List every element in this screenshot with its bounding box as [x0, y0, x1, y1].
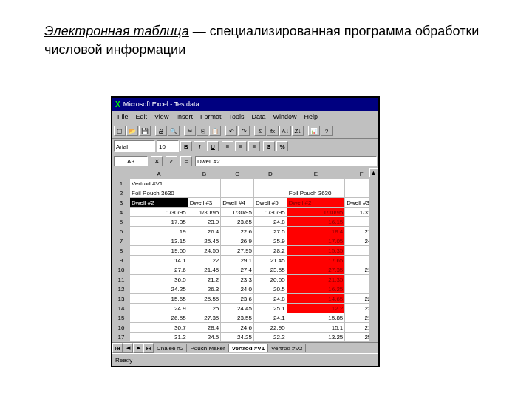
cell-D6[interactable]: 27.5 [253, 227, 287, 236]
cell-E5[interactable]: 16.15 [287, 217, 345, 227]
cell-E8[interactable]: 15.35 [287, 246, 345, 256]
cell-E12[interactable]: 16.25 [287, 284, 345, 294]
cell-B16[interactable]: 28.4 [188, 323, 221, 332]
cell-E14[interactable]: 12.2 [287, 304, 345, 313]
cell-D17[interactable]: 22.3 [253, 332, 287, 342]
menu-insert[interactable]: Insert [172, 112, 197, 121]
cell-D11[interactable]: 20.65 [253, 275, 287, 284]
row-header-2[interactable]: 2 [113, 188, 130, 198]
row-header-14[interactable]: 14 [113, 304, 130, 313]
cell-B11[interactable]: 21.2 [188, 275, 221, 284]
cell-E6[interactable]: 18.4 [287, 227, 345, 236]
cell-C1[interactable] [221, 179, 254, 188]
menu-edit[interactable]: Edit [132, 112, 151, 121]
row-header-11[interactable]: 11 [113, 275, 130, 284]
currency-icon[interactable]: $ [263, 141, 275, 151]
cell-B1[interactable] [188, 179, 221, 188]
cell-C13[interactable]: 23.6 [221, 294, 254, 304]
menubar[interactable]: FileEditViewInsertFormatToolsDataWindowH… [112, 111, 378, 123]
cell-D7[interactable]: 25.9 [253, 236, 287, 246]
cell-A8[interactable]: 19.65 [130, 246, 188, 256]
cell-C16[interactable]: 24.6 [221, 323, 254, 332]
row-header-12[interactable]: 12 [113, 284, 130, 294]
cell-C2[interactable] [221, 188, 254, 198]
cell-D13[interactable]: 24.8 [253, 294, 287, 304]
menu-window[interactable]: Window [269, 112, 300, 121]
cell-A3[interactable]: Dwell #2 [130, 198, 188, 208]
row-header-16[interactable]: 16 [113, 323, 130, 332]
cell-A16[interactable]: 30.7 [130, 323, 188, 332]
menu-data[interactable]: Data [248, 112, 269, 121]
tab-prev-icon[interactable]: ◀ [123, 343, 133, 353]
cell-D15[interactable]: 24.1 [253, 313, 287, 323]
cell-C3[interactable]: Dwell #4 [221, 198, 254, 208]
bold-icon[interactable]: B [180, 141, 192, 151]
menu-help[interactable]: Help [300, 112, 321, 121]
row-header-9[interactable]: 9 [113, 256, 130, 265]
cell-A14[interactable]: 24.9 [130, 304, 188, 313]
cell-C8[interactable]: 27.95 [221, 246, 254, 256]
scroll-up-icon[interactable]: ▲ [369, 168, 378, 177]
menu-file[interactable]: File [114, 112, 132, 121]
cell-B15[interactable]: 27.35 [188, 313, 221, 323]
cell-D5[interactable]: 24.8 [253, 217, 287, 227]
col-header-D[interactable]: D [253, 169, 287, 179]
cell-E15[interactable]: 15.85 [287, 313, 345, 323]
cell-E3[interactable]: Dwell #2 [287, 198, 345, 208]
copy-icon[interactable]: ⎘ [197, 126, 208, 136]
tab-last-icon[interactable]: ⏭ [143, 343, 154, 353]
cell-A12[interactable]: 24.25 [130, 284, 188, 294]
cell-C9[interactable]: 29.1 [221, 256, 254, 265]
cell-A7[interactable]: 13.15 [130, 236, 188, 246]
align-right-icon[interactable]: ≡ [248, 141, 260, 151]
cell-A6[interactable]: 19 [130, 227, 188, 236]
cell-C14[interactable]: 24.45 [221, 304, 254, 313]
cell-C5[interactable]: 23.65 [221, 217, 254, 227]
cell-B2[interactable] [188, 188, 221, 198]
cell-E9[interactable]: 17.65 [287, 256, 345, 265]
tab-first-icon[interactable]: ⏮ [112, 343, 123, 353]
menu-view[interactable]: View [151, 112, 172, 121]
cell-A13[interactable]: 15.65 [130, 294, 188, 304]
row-header-17[interactable]: 17 [113, 332, 130, 342]
fx-icon[interactable]: fx [267, 126, 279, 136]
redo-icon[interactable]: ↷ [238, 126, 250, 136]
cell-E7[interactable]: 17.05 [287, 236, 345, 246]
underline-icon[interactable]: U [207, 141, 219, 151]
cell-B13[interactable]: 25.55 [188, 294, 221, 304]
sum-icon[interactable]: Σ [254, 126, 266, 136]
cell-B6[interactable]: 26.4 [188, 227, 221, 236]
sort-desc-icon[interactable]: Z↓ [292, 126, 304, 136]
menu-format[interactable]: Format [197, 112, 225, 121]
cell-C7[interactable]: 26.9 [221, 236, 254, 246]
font-size-box[interactable]: 10 [157, 140, 179, 152]
new-icon[interactable]: ▢ [114, 126, 126, 136]
paste-icon[interactable]: 📋 [209, 126, 221, 136]
cell-D12[interactable]: 20.5 [253, 284, 287, 294]
cell-E10[interactable]: 27.35 [287, 265, 345, 275]
row-header-6[interactable]: 6 [113, 227, 130, 236]
cell-A15[interactable]: 26.55 [130, 313, 188, 323]
cell-A2[interactable]: Foil Pouch 3630 [130, 188, 188, 198]
sheet-tab-2[interactable]: Vertrod #V1 [229, 344, 268, 352]
save-icon[interactable]: 💾 [139, 126, 151, 136]
row-header-4[interactable]: 4 [113, 208, 130, 217]
sheet-tab-0[interactable]: Chalee #2 [154, 344, 187, 352]
cell-B10[interactable]: 21.45 [188, 265, 221, 275]
formula-content[interactable]: Dwell #2 [195, 156, 377, 166]
enter-icon[interactable]: ✓ [166, 156, 177, 166]
row-header-3[interactable]: 3 [113, 198, 130, 208]
name-box[interactable]: A3 [114, 156, 148, 166]
cell-A11[interactable]: 36.5 [130, 275, 188, 284]
cell-E4[interactable]: 1/30/95 [287, 208, 345, 217]
cell-B3[interactable]: Dwell #3 [188, 198, 221, 208]
cell-B4[interactable]: 1/30/95 [188, 208, 221, 217]
align-center-icon[interactable]: ≡ [235, 141, 247, 151]
cell-C12[interactable]: 24.0 [221, 284, 254, 294]
preview-icon[interactable]: 🔍 [168, 126, 180, 136]
cancel-icon[interactable]: ✕ [151, 156, 163, 166]
italic-icon[interactable]: I [194, 141, 205, 151]
row-header-5[interactable]: 5 [113, 217, 130, 227]
cut-icon[interactable]: ✂ [184, 126, 196, 136]
cell-D3[interactable]: Dwell #5 [253, 198, 287, 208]
